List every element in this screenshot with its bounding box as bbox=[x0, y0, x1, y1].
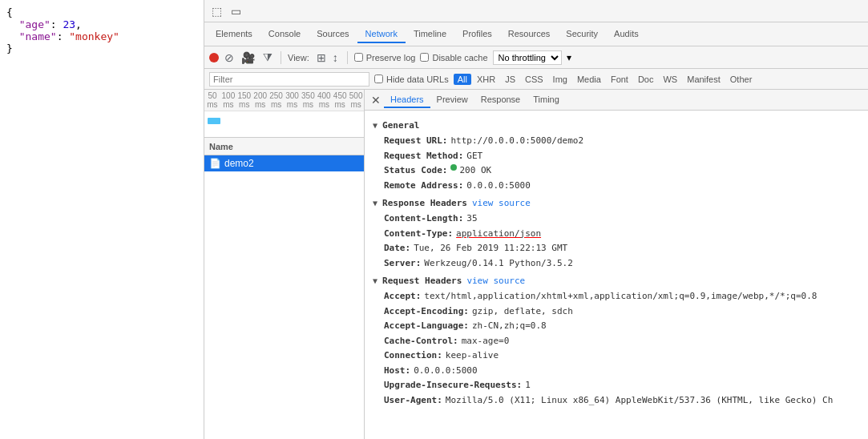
request-method-value: GET bbox=[466, 150, 482, 163]
filter-all[interactable]: All bbox=[454, 74, 471, 85]
tab-console[interactable]: Console bbox=[260, 26, 309, 43]
filter-other[interactable]: Other bbox=[726, 74, 757, 85]
json-line-brace-open: { bbox=[6, 6, 197, 18]
host-label: Host: bbox=[384, 364, 410, 378]
filter-button[interactable]: ⧩ bbox=[261, 50, 274, 64]
detail-panel: ✕ Headers Preview Response Timing ▼ Gene… bbox=[365, 90, 868, 439]
content-type-label: Content-Type: bbox=[384, 228, 453, 241]
tick-350ms: 350 ms bbox=[300, 91, 316, 109]
request-item-name: demo2 bbox=[224, 158, 254, 169]
json-line-name: "name": "monkey" bbox=[6, 30, 197, 42]
clear-button[interactable]: ⊘ bbox=[224, 52, 235, 63]
filter-img[interactable]: Img bbox=[549, 74, 571, 85]
content-length-value: 35 bbox=[466, 212, 477, 226]
tab-security[interactable]: Security bbox=[558, 26, 606, 43]
detail-tab-timing[interactable]: Timing bbox=[527, 92, 566, 108]
disable-cache-checkbox[interactable] bbox=[420, 53, 429, 62]
filter-ws[interactable]: WS bbox=[659, 74, 681, 85]
filter-doc[interactable]: Doc bbox=[634, 74, 658, 85]
tab-resources[interactable]: Resources bbox=[500, 26, 559, 43]
content-type-row: Content-Type: application/json bbox=[373, 227, 860, 242]
devtools-nav-tabs: Elements Console Sources Network Timelin… bbox=[204, 22, 868, 46]
detail-tab-headers[interactable]: Headers bbox=[384, 92, 430, 108]
status-code-row: Status Code: 200 OK bbox=[373, 163, 860, 179]
tick-400ms: 400 ms bbox=[316, 91, 332, 109]
response-headers-toggle: ▼ bbox=[373, 199, 377, 207]
tab-network[interactable]: Network bbox=[357, 26, 406, 43]
json-line-brace-close: } bbox=[6, 42, 197, 54]
json-line-age: "age": 23, bbox=[6, 18, 197, 30]
device-mode-btn[interactable]: ▭ bbox=[227, 2, 244, 20]
content-type-value: application/json bbox=[456, 228, 541, 241]
filter-manifest[interactable]: Manifest bbox=[683, 74, 725, 85]
hide-data-urls-checkbox[interactable] bbox=[374, 75, 383, 83]
status-code-label: Status Code: bbox=[384, 164, 447, 178]
accept-label: Accept: bbox=[384, 290, 421, 304]
remote-address-label: Remote Address: bbox=[384, 179, 463, 193]
tick-100ms: 100 ms bbox=[220, 91, 236, 109]
response-view-source-link[interactable]: view source bbox=[472, 198, 531, 208]
timeline-content bbox=[204, 111, 364, 137]
general-section-header[interactable]: ▼ General bbox=[373, 120, 860, 131]
status-dot bbox=[450, 164, 457, 171]
request-url-row: Request URL: http://0.0.0.0:5000/demo2 bbox=[373, 134, 860, 149]
general-toggle: ▼ bbox=[373, 121, 377, 130]
connection-label: Connection: bbox=[384, 349, 442, 363]
filter-font[interactable]: Font bbox=[607, 74, 632, 85]
detail-tab-preview[interactable]: Preview bbox=[430, 92, 474, 108]
preserve-log-label: Preserve log bbox=[366, 53, 416, 62]
tick-50ms: 50 ms bbox=[204, 91, 220, 109]
remote-address-value: 0.0.0.0:5000 bbox=[466, 179, 530, 193]
upgrade-insecure-value: 1 bbox=[525, 379, 531, 393]
hide-data-urls-label: Hide data URLs bbox=[386, 75, 449, 84]
response-headers-section-header[interactable]: ▼ Response Headers view source bbox=[373, 198, 860, 208]
list-view-btn[interactable]: ↕ bbox=[330, 50, 341, 65]
view-label: View: bbox=[288, 53, 309, 62]
detail-tab-response[interactable]: Response bbox=[474, 92, 527, 108]
host-row: Host: 0.0.0.0:5000 bbox=[373, 364, 860, 379]
tab-elements[interactable]: Elements bbox=[208, 26, 260, 43]
request-headers-toggle: ▼ bbox=[373, 276, 377, 285]
network-main: 50 ms 100 ms 150 ms 200 ms 250 ms 300 ms… bbox=[204, 90, 868, 439]
screenshot-button[interactable]: 🎥 bbox=[240, 51, 256, 64]
request-item-demo2[interactable]: 📄 demo2 bbox=[204, 155, 364, 171]
inspect-element-btn[interactable]: ⬚ bbox=[208, 2, 225, 20]
record-button[interactable] bbox=[209, 53, 219, 62]
accept-encoding-value: gzip, deflate, sdch bbox=[472, 305, 573, 319]
timeline-request-bar bbox=[208, 118, 220, 124]
tab-timeline[interactable]: Timeline bbox=[406, 26, 454, 43]
request-url-value: http://0.0.0.0:5000/demo2 bbox=[450, 135, 583, 148]
tick-250ms: 250 ms bbox=[268, 91, 285, 109]
request-view-source-link[interactable]: view source bbox=[466, 276, 525, 286]
server-value: Werkzeug/0.14.1 Python/3.5.2 bbox=[424, 257, 572, 271]
grid-view-btn[interactable]: ⊞ bbox=[314, 50, 329, 65]
user-agent-value: Mozilla/5.0 (X11; Linux x86_64) AppleWeb… bbox=[446, 394, 833, 408]
cache-control-value: max-age=0 bbox=[462, 335, 510, 348]
accept-language-label: Accept-Language: bbox=[384, 320, 469, 333]
view-icons: ⊞ ↕ bbox=[314, 50, 341, 65]
filter-xhr[interactable]: XHR bbox=[473, 74, 499, 85]
detail-content: ▼ General Request URL: http://0.0.0.0:50… bbox=[365, 111, 868, 439]
tab-sources[interactable]: Sources bbox=[309, 26, 357, 43]
request-headers-section-header[interactable]: ▼ Request Headers view source bbox=[373, 276, 860, 286]
json-output-panel: { "age": 23, "name": "monkey" } bbox=[0, 0, 204, 439]
filter-js[interactable]: JS bbox=[501, 74, 519, 85]
accept-language-row: Accept-Language: zh-CN,zh;q=0.8 bbox=[373, 319, 860, 334]
request-list-panel: 50 ms 100 ms 150 ms 200 ms 250 ms 300 ms… bbox=[204, 90, 365, 439]
disable-cache-group: Disable cache bbox=[420, 53, 487, 62]
tick-500ms: 500 ms bbox=[348, 91, 364, 109]
user-agent-row: User-Agent: Mozilla/5.0 (X11; Linux x86_… bbox=[373, 393, 860, 409]
devtools-panel: ⬚ ▭ Elements Console Sources Network Tim… bbox=[204, 0, 868, 439]
close-detail-btn[interactable]: ✕ bbox=[368, 94, 384, 107]
filter-types: All XHR JS CSS Img Media Font Doc WS Man… bbox=[454, 74, 757, 85]
throttle-arrow: ▾ bbox=[567, 52, 571, 63]
preserve-log-checkbox[interactable] bbox=[354, 53, 363, 62]
connection-value: keep-alive bbox=[446, 349, 499, 363]
filter-css[interactable]: CSS bbox=[521, 74, 547, 85]
throttle-select[interactable]: No throttling bbox=[493, 50, 562, 65]
tab-audits[interactable]: Audits bbox=[606, 26, 647, 43]
upgrade-insecure-row: Upgrade-Insecure-Requests: 1 bbox=[373, 378, 860, 393]
filter-media[interactable]: Media bbox=[573, 74, 605, 85]
tab-profiles[interactable]: Profiles bbox=[454, 26, 500, 43]
filter-input[interactable] bbox=[209, 72, 369, 87]
